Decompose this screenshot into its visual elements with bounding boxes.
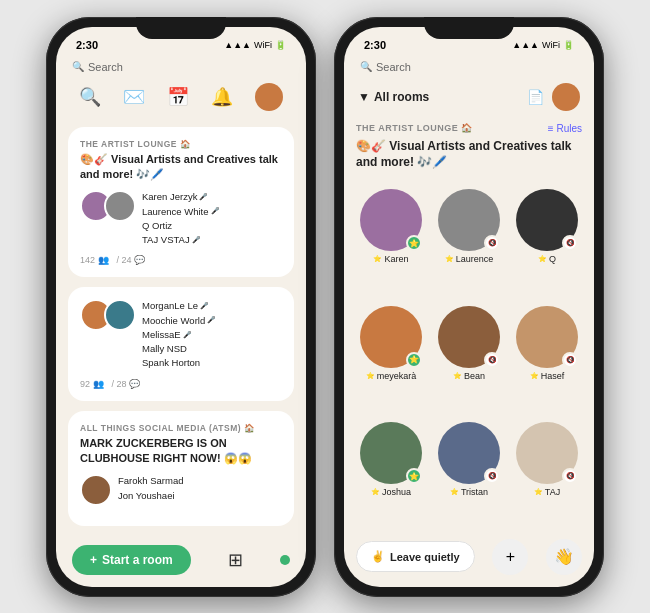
room-card-2[interactable]: MorganLe Le 🎤 Moochie World 🎤 MelissaE 🎤 — [68, 287, 294, 400]
phones-container: 2:30 ▲▲▲ WiFi 🔋 🔍 Search 🔍 ✉️ 📅 🔔 — [36, 7, 614, 607]
name-karen: Karen Jerzyk 🎤 — [142, 190, 282, 204]
doc-icon[interactable]: 📄 — [527, 89, 544, 105]
avatar-name-taj: TAJ — [545, 487, 560, 497]
add-button[interactable]: + — [492, 539, 528, 575]
search-nav-icon[interactable]: 🔍 — [79, 86, 101, 108]
all-rooms-bar: ▼ All rooms 📄 — [344, 79, 594, 115]
participant-names-2: MorganLe Le 🎤 Moochie World 🎤 MelissaE 🎤 — [142, 299, 282, 370]
search-label-2: Search — [376, 61, 411, 73]
room-detail-header: THE ARTIST LOUNGE 🏠 ≡ Rules 🎨🎸 Visual Ar… — [356, 115, 582, 190]
screen-content-1: THE ARTIST LOUNGE 🏠 🎨🎸 Visual Artists an… — [56, 119, 306, 537]
bottom-bar-1: + Start a room ⊞ — [56, 537, 306, 587]
leave-quietly-label: Leave quietly — [390, 551, 460, 563]
bottom-action-bar: ✌️ Leave quietly + 👋 — [344, 531, 594, 587]
search-bar-1[interactable]: 🔍 Search — [56, 59, 306, 79]
avatar-wrap-karen: ⭐ — [360, 189, 422, 251]
rules-label: ≡ Rules — [548, 123, 582, 134]
avatar-cell-tristan: 🔇 ⭐ Tristan — [434, 422, 504, 530]
avatar-wrap-laurence: 🔇 — [438, 189, 500, 251]
avatar-cell-meyekara: ⭐ ⭐ meyekarà — [356, 306, 426, 414]
room-participants-2: MorganLe Le 🎤 Moochie World 🎤 MelissaE 🎤 — [80, 299, 282, 370]
mic-icon-laurence: 🎤 — [211, 206, 220, 217]
avatar-wrap-taj: 🔇 — [516, 422, 578, 484]
name-row-tristan: ⭐ Tristan — [450, 487, 488, 497]
rules-button[interactable]: ≡ Rules — [548, 123, 582, 134]
name-row-q: ⭐ Q — [538, 254, 556, 264]
search-icon-1: 🔍 — [72, 61, 84, 72]
name-row-taj: ⭐ TAJ — [534, 487, 560, 497]
name-laurence: Laurence White 🎤 — [142, 205, 282, 219]
all-rooms-dropdown[interactable]: ▼ All rooms — [358, 90, 429, 104]
name-row-joshua: ⭐ Joshua — [371, 487, 411, 497]
room-participants-atsm: Farokh Sarmad Jon Youshaei — [80, 474, 282, 506]
start-room-button[interactable]: + Start a room — [72, 545, 191, 575]
room-detail-desc: 🎨🎸 Visual Artists and Creatives talk and… — [356, 138, 582, 172]
star-icon-q: ⭐ — [538, 255, 547, 263]
room-card-atsm[interactable]: ALL THINGS SOCIAL MEDIA (ATSM) 🏠 MARK ZU… — [68, 411, 294, 527]
search-icon-2: 🔍 — [360, 61, 372, 72]
micoff-hasef: 🔇 — [562, 352, 578, 368]
nav-bar-1: 🔍 ✉️ 📅 🔔 — [56, 79, 306, 119]
avatar-wrap-q: 🔇 — [516, 189, 578, 251]
avatar-name-tristan: Tristan — [461, 487, 488, 497]
nav-avatar-2[interactable] — [552, 83, 580, 111]
wave-icon: 👋 — [554, 547, 574, 566]
room-detail-title-row: THE ARTIST LOUNGE 🏠 ≡ Rules — [356, 123, 582, 134]
search-label-1: Search — [88, 61, 123, 73]
avatar-name-bean: Bean — [464, 371, 485, 381]
avatar-wrap-tristan: 🔇 — [438, 422, 500, 484]
room-card-artist-lounge[interactable]: THE ARTIST LOUNGE 🏠 🎨🎸 Visual Artists an… — [68, 127, 294, 278]
mic-icon-karen: 🎤 — [199, 192, 208, 203]
all-rooms-icons: 📄 — [527, 83, 580, 111]
name-jon: Jon Youshaei — [118, 489, 282, 503]
status-time-2: 2:30 — [364, 39, 386, 51]
avatar-cell-laurence: 🔇 ⭐ Laurence — [434, 189, 504, 297]
avatar-wrap-hasef: 🔇 — [516, 306, 578, 368]
badge-meyekara: ⭐ — [406, 352, 422, 368]
room-title-atsm: MARK ZUCKERBERG IS ON CLUBHOUSE RIGHT NO… — [80, 436, 282, 467]
leave-quietly-button[interactable]: ✌️ Leave quietly — [356, 541, 475, 572]
star-icon-tristan: ⭐ — [450, 488, 459, 496]
star-icon-hasef: ⭐ — [530, 372, 539, 380]
name-row-laurence: ⭐ Laurence — [445, 254, 494, 264]
avatar-grid: ⭐ ⭐ Karen 🔇 ⭐ — [356, 189, 582, 530]
bell-nav-icon[interactable]: 🔔 — [211, 86, 233, 108]
mail-nav-icon[interactable]: ✉️ — [123, 86, 145, 108]
calendar-nav-icon[interactable]: 📅 — [167, 86, 189, 108]
search-bar-2[interactable]: 🔍 Search — [344, 59, 594, 79]
avatar-cell-joshua: ⭐ ⭐ Joshua — [356, 422, 426, 530]
room-header-atsm: ALL THINGS SOCIAL MEDIA (ATSM) 🏠 — [80, 423, 282, 433]
grid-icon[interactable]: ⊞ — [228, 549, 243, 571]
avatar-farokh — [80, 474, 112, 506]
name-q: Q Ortiz — [142, 219, 282, 233]
screen-1: 2:30 ▲▲▲ WiFi 🔋 🔍 Search 🔍 ✉️ 📅 🔔 — [56, 27, 306, 587]
start-room-label: Start a room — [102, 553, 173, 567]
avatar-name-karen: Karen — [384, 254, 408, 264]
badge-karen: ⭐ — [406, 235, 422, 251]
avatar-name-q: Q — [549, 254, 556, 264]
nav-avatar-1[interactable] — [255, 83, 283, 111]
room-stats-2: 92 👥 / 28 💬 — [80, 379, 282, 389]
micoff-taj: 🔇 — [562, 468, 578, 484]
wave-button[interactable]: 👋 — [546, 539, 582, 575]
room-title-1: 🎨🎸 Visual Artists and Creatives talk and… — [80, 152, 282, 183]
badge-joshua: ⭐ — [406, 468, 422, 484]
chevron-down-icon: ▼ — [358, 90, 370, 104]
stacked-avatars-atsm — [80, 474, 112, 506]
avatar-cell-hasef: 🔇 ⭐ Hasef — [512, 306, 582, 414]
room-header-1: THE ARTIST LOUNGE 🏠 — [80, 139, 282, 149]
avatar-wrap-bean: 🔇 — [438, 306, 500, 368]
plus-icon: + — [90, 553, 97, 567]
phone-2: 2:30 ▲▲▲ WiFi 🔋 🔍 Search ▼ All rooms — [334, 17, 604, 597]
star-icon-joshua: ⭐ — [371, 488, 380, 496]
avatar-name-laurence: Laurence — [456, 254, 494, 264]
all-rooms-label: All rooms — [374, 90, 429, 104]
name-row-meyekara: ⭐ meyekarà — [366, 371, 417, 381]
mic-melissa: 🎤 — [183, 330, 192, 341]
name-taj: TAJ VSTAJ 🎤 — [142, 233, 282, 247]
star-icon-meyekara: ⭐ — [366, 372, 375, 380]
name-row-bean: ⭐ Bean — [453, 371, 485, 381]
micoff-bean: 🔇 — [484, 352, 500, 368]
room-participants-1: Karen Jerzyk 🎤 Laurence White 🎤 Q Ortiz — [80, 190, 282, 247]
avatar-cell-bean: 🔇 ⭐ Bean — [434, 306, 504, 414]
